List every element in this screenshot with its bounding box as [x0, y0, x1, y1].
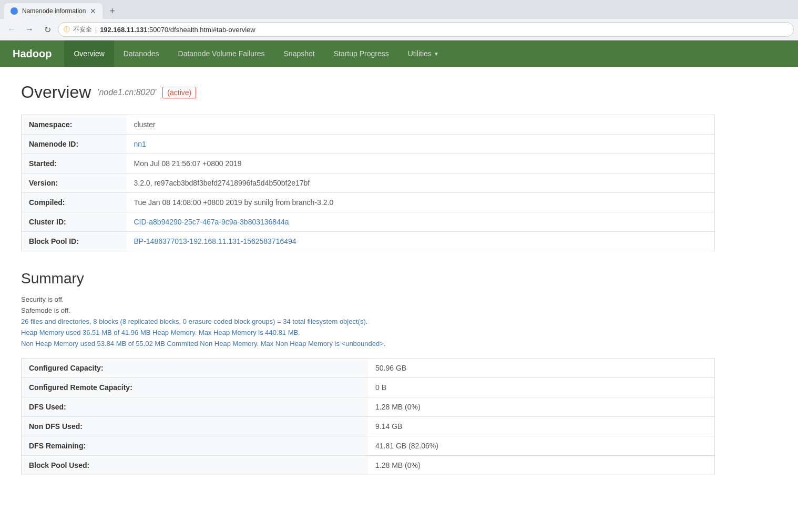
summary-row-label: Block Pool Used: [22, 456, 369, 475]
summary-table: Configured Capacity:50.96 GBConfigured R… [21, 358, 715, 475]
utilities-label: Utilities [408, 49, 432, 58]
summary-row-value: 0 B [368, 378, 715, 397]
info-row-link[interactable]: nn1 [134, 140, 146, 148]
main-content: Overview 'node1.cn:8020' (active) Namesp… [0, 67, 736, 491]
nav-item-overview[interactable]: Overview [64, 40, 114, 67]
info-row-value: Tue Jan 08 14:08:00 +0800 2019 by sunilg… [127, 193, 715, 212]
nav-item-datanodes[interactable]: Datanodes [114, 40, 169, 67]
tab-bar: Namenode information ✕ + [0, 0, 798, 19]
url-display: 192.168.11.131:50070/dfshealth.html#tab-… [100, 26, 255, 34]
summary-row-value: 1.28 MB (0%) [368, 456, 715, 475]
info-row-value: cluster [127, 115, 715, 135]
info-table: Namespace:clusterNamenode ID:nn1Started:… [21, 115, 715, 251]
navbar-brand[interactable]: Hadoop [0, 40, 64, 67]
back-button[interactable]: ← [4, 22, 19, 37]
info-row-value: nn1 [127, 135, 715, 154]
url-host: 192.168.11.131 [100, 26, 147, 34]
info-row-label: Cluster ID: [22, 212, 127, 232]
active-badge: (active) [162, 87, 196, 98]
info-row-value: 3.2.0, re97acb3bd8f3befd27418996fa5d4b50… [127, 173, 715, 193]
utilities-dropdown-icon: ▼ [434, 51, 439, 57]
summary-row-value: 41.81 GB (82.06%) [368, 436, 715, 456]
summary-text-line: Security is off. [21, 295, 715, 303]
summary-text-line: Safemode is off. [21, 306, 715, 314]
info-row-label: Namenode ID: [22, 135, 127, 154]
summary-row-value: 9.14 GB [368, 417, 715, 436]
url-path: :50070/dfshealth.html#tab-overview [148, 26, 255, 34]
summary-row-value: 1.28 MB (0%) [368, 397, 715, 417]
info-row-label: Namespace: [22, 115, 127, 135]
page-title: Overview [21, 83, 91, 102]
info-row-link[interactable]: CID-a8b94290-25c7-467a-9c9a-3b803136844a [134, 218, 289, 226]
summary-text-line: Non Heap Memory used 53.84 MB of 55.02 M… [21, 340, 715, 347]
tab-close-button[interactable]: ✕ [90, 7, 96, 15]
page-title-container: Overview 'node1.cn:8020' (active) [21, 83, 715, 102]
nav-item-utilities[interactable]: Utilities ▼ [398, 40, 448, 67]
info-row-value: BP-1486377013-192.168.11.131-15625837164… [127, 232, 715, 251]
nav-item-datanode-volume-failures[interactable]: Datanode Volume Failures [169, 40, 274, 67]
info-row-value: CID-a8b94290-25c7-467a-9c9a-3b803136844a [127, 212, 715, 232]
security-label: 不安全 [73, 25, 92, 34]
summary-row-value: 50.96 GB [368, 359, 715, 378]
summary-section: Summary Security is off.Safemode is off.… [21, 270, 715, 475]
summary-text-line: 26 files and directories, 8 blocks (8 re… [21, 318, 715, 325]
tab-title: Namenode information [22, 7, 86, 15]
summary-texts: Security is off.Safemode is off.26 files… [21, 295, 715, 347]
summary-row-label: DFS Remaining: [22, 436, 369, 456]
security-icon: ⓘ [64, 25, 70, 34]
info-row-label: Version: [22, 173, 127, 193]
navbar: Hadoop Overview Datanodes Datanode Volum… [0, 40, 798, 67]
info-row-label: Compiled: [22, 193, 127, 212]
summary-row-label: Configured Remote Capacity: [22, 378, 369, 397]
url-separator: | [95, 26, 97, 33]
node-name: 'node1.cn:8020' [97, 88, 156, 97]
nav-item-snapshot[interactable]: Snapshot [274, 40, 324, 67]
new-tab-button[interactable]: + [105, 4, 119, 18]
summary-row-label: DFS Used: [22, 397, 369, 417]
summary-title: Summary [21, 270, 715, 287]
summary-row-label: Configured Capacity: [22, 359, 369, 378]
reload-button[interactable]: ↻ [40, 22, 55, 37]
summary-row-label: Non DFS Used: [22, 417, 369, 436]
address-bar: ← → ↻ ⓘ 不安全 | 192.168.11.131:50070/dfshe… [0, 19, 798, 40]
summary-text-line: Heap Memory used 36.51 MB of 41.96 MB He… [21, 329, 715, 336]
info-row-value: Mon Jul 08 21:56:07 +0800 2019 [127, 154, 715, 173]
browser-tab[interactable]: Namenode information ✕ [4, 3, 103, 19]
info-row-label: Started: [22, 154, 127, 173]
url-input[interactable]: ⓘ 不安全 | 192.168.11.131:50070/dfshealth.h… [58, 22, 794, 37]
tab-favicon [11, 7, 18, 15]
browser-chrome: Namenode information ✕ + ← → ↻ ⓘ 不安全 | 1… [0, 0, 798, 40]
info-row-label: Block Pool ID: [22, 232, 127, 251]
nav-item-startup-progress[interactable]: Startup Progress [324, 40, 398, 67]
forward-button[interactable]: → [22, 22, 37, 37]
